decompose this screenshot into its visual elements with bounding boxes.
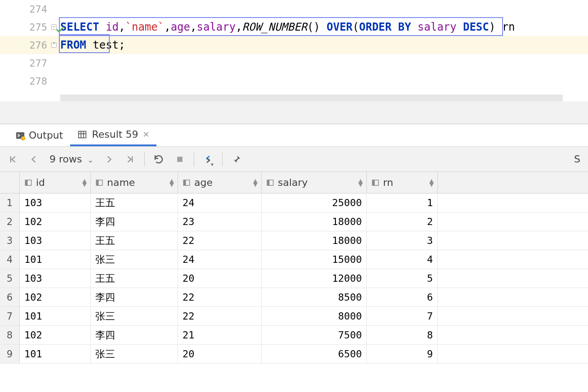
cell-rn[interactable]: 3 [367, 231, 438, 250]
cell-rn[interactable]: 8 [367, 326, 438, 344]
gutter-line-number: 274 [0, 4, 54, 15]
column-label: age [194, 177, 213, 188]
fold-top-icon: ^ [51, 42, 57, 48]
table-row[interactable]: 7101张三2280007 [0, 307, 588, 326]
svg-rect-15 [183, 180, 186, 185]
cell-id[interactable]: 101 [20, 345, 91, 363]
cell-age[interactable]: 20 [178, 345, 262, 363]
cell-salary[interactable]: 8000 [262, 307, 367, 325]
column-icon [371, 179, 379, 187]
row-number: 8 [0, 326, 20, 344]
cell-id[interactable]: 102 [20, 326, 91, 344]
cell-age[interactable]: 24 [178, 194, 262, 212]
cell-age[interactable]: 24 [178, 250, 262, 269]
cell-id[interactable]: 102 [20, 288, 91, 306]
cell-name[interactable]: 王五 [91, 269, 178, 288]
cell-rn[interactable]: 9 [367, 345, 438, 363]
cell-age[interactable]: 20 [178, 269, 262, 288]
tab-output[interactable]: Output [8, 125, 70, 146]
column-header-rn[interactable]: rn▲▼ [367, 172, 438, 193]
svg-rect-6 [177, 157, 183, 162]
sql-editor[interactable]: 274 275 − SELECT id,`name`,age,salary,RO… [0, 0, 588, 101]
cell-name[interactable]: 张三 [91, 250, 178, 269]
last-page-button[interactable] [123, 152, 138, 167]
column-label: salary [278, 177, 308, 188]
cell-name[interactable]: 王五 [91, 231, 178, 250]
cell-name[interactable]: 李四 [91, 212, 178, 231]
cell-name[interactable]: 张三 [91, 307, 178, 325]
tab-result[interactable]: Result 59 ✕ [70, 125, 156, 146]
fold-minus-icon: − [51, 24, 57, 30]
cell-name[interactable]: 李四 [91, 288, 178, 306]
cell-age[interactable]: 21 [178, 326, 262, 344]
next-page-button[interactable] [102, 152, 116, 167]
cell-age[interactable]: 23 [178, 212, 262, 231]
check-icon [55, 25, 65, 35]
column-icon [183, 179, 191, 187]
cell-age[interactable]: 22 [178, 288, 262, 306]
cell-age[interactable]: 22 [178, 231, 262, 250]
svg-rect-18 [267, 180, 269, 185]
column-header-age[interactable]: age▲▼ [178, 172, 262, 193]
console-icon [15, 131, 24, 140]
cell-name[interactable]: 张三 [91, 345, 178, 363]
column-label: rn [383, 177, 393, 188]
cell-salary[interactable]: 12000 [262, 269, 367, 288]
reload-button[interactable] [151, 152, 166, 167]
cell-age[interactable]: 22 [178, 307, 262, 325]
cell-rn[interactable]: 6 [367, 288, 438, 306]
stop-button[interactable] [173, 152, 187, 167]
column-header-name[interactable]: name▲▼ [91, 172, 178, 193]
first-page-button[interactable] [5, 152, 20, 167]
horizontal-scrollbar[interactable] [60, 95, 563, 101]
close-icon[interactable]: ✕ [143, 130, 149, 139]
cell-id[interactable]: 103 [20, 231, 91, 250]
row-count-label[interactable]: 9 rows ⌄ [48, 153, 95, 165]
toolbar-right-label: S [574, 153, 583, 165]
row-number: 9 [0, 345, 20, 363]
table-header-row: id▲▼name▲▼age▲▼salary▲▼rn▲▼ [0, 172, 588, 194]
cell-salary[interactable]: 18000 [262, 212, 367, 231]
cell-salary[interactable]: 18000 [262, 231, 367, 250]
cell-id[interactable]: 103 [20, 269, 91, 288]
tab-label: Output [29, 130, 63, 141]
table-row[interactable]: 5103王五20120005 [0, 269, 588, 288]
cell-rn[interactable]: 7 [367, 307, 438, 325]
gutter-line-number: 277 [0, 58, 54, 69]
result-toolbar: 9 rows ⌄ ▾ S [0, 147, 588, 172]
cell-salary[interactable]: 25000 [262, 194, 367, 212]
cell-salary[interactable]: 15000 [262, 250, 367, 269]
table-row[interactable]: 6102李四2285006 [0, 288, 588, 307]
cell-id[interactable]: 101 [20, 250, 91, 269]
cell-rn[interactable]: 4 [367, 250, 438, 269]
column-label: id [36, 177, 45, 188]
table-row[interactable]: 3103王五22180003 [0, 231, 588, 250]
column-header-id[interactable]: id▲▼ [20, 172, 91, 193]
cell-salary[interactable]: 7500 [262, 326, 367, 344]
cell-salary[interactable]: 8500 [262, 288, 367, 306]
code-line[interactable]: FROM test; [60, 39, 125, 51]
cell-id[interactable]: 103 [20, 194, 91, 212]
cell-name[interactable]: 王五 [91, 194, 178, 212]
cell-id[interactable]: 101 [20, 307, 91, 325]
cell-rn[interactable]: 5 [367, 269, 438, 288]
table-row[interactable]: 8102李四2175008 [0, 326, 588, 345]
cell-rn[interactable]: 2 [367, 212, 438, 231]
svg-rect-12 [96, 180, 98, 185]
table-icon [77, 130, 87, 140]
svg-rect-9 [25, 180, 27, 185]
pin-button[interactable] [229, 152, 244, 167]
table-row[interactable]: 2102李四23180002 [0, 212, 588, 231]
compare-button[interactable]: ▾ [201, 152, 215, 167]
cell-id[interactable]: 102 [20, 212, 91, 231]
table-row[interactable]: 4101张三24150004 [0, 250, 588, 269]
column-header-salary[interactable]: salary▲▼ [262, 172, 367, 193]
table-row[interactable]: 9101张三2065009 [0, 345, 588, 364]
result-grid[interactable]: id▲▼name▲▼age▲▼salary▲▼rn▲▼ 1103王五242500… [0, 172, 588, 364]
cell-rn[interactable]: 1 [367, 194, 438, 212]
table-row[interactable]: 1103王五24250001 [0, 194, 588, 212]
code-line[interactable]: SELECT id,`name`,age,salary,ROW_NUMBER()… [60, 21, 515, 33]
cell-salary[interactable]: 6500 [262, 345, 367, 363]
cell-name[interactable]: 李四 [91, 326, 178, 344]
prev-page-button[interactable] [27, 152, 41, 167]
